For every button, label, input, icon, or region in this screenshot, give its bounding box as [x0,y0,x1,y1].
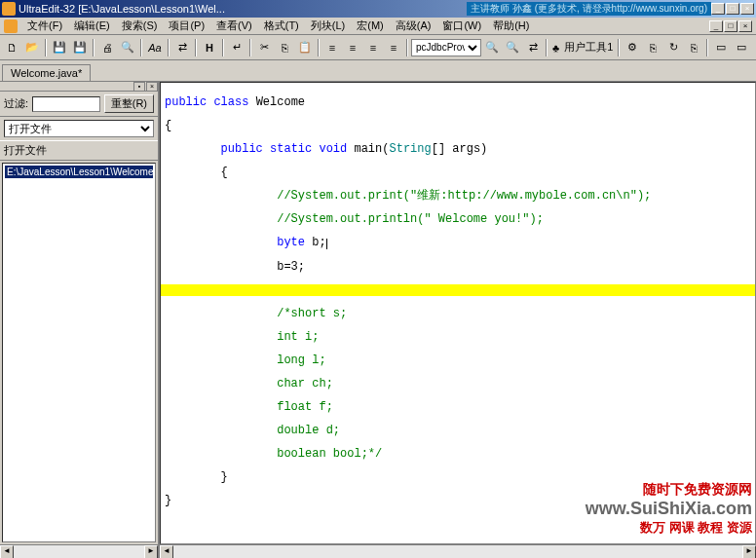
minimize-button[interactable]: _ [711,3,725,15]
sidebar-scrollbar[interactable]: ◄ ► [0,544,158,558]
cut-icon: ✂ [260,41,269,54]
tool-btn-3[interactable]: ↻ [663,38,683,57]
preview-icon: 🔍 [121,41,134,54]
scroll-right-button[interactable]: ► [742,545,756,558]
sidebar-section-header: 打开文件 [0,140,158,161]
doc-path: [E:\JavaLesson\Lesson1\Wel... [78,3,225,15]
code-line: { [165,167,751,178]
menu-view[interactable]: 查看(V) [210,18,258,34]
scroll-track[interactable] [14,545,144,558]
menu-edit[interactable]: 编辑(E) [68,18,116,34]
font-button[interactable]: Aa [145,38,165,57]
menu-help[interactable]: 帮助(H) [487,18,535,34]
tab-welcome[interactable]: Welcome.java* [2,64,91,81]
menubar-icon [4,19,18,33]
paste-icon: 📋 [298,41,312,54]
cut-button[interactable]: ✂ [254,38,274,57]
wrap-icon: ↵ [233,41,242,54]
find-next-button[interactable]: 🔍 [503,38,522,57]
code-line: char ch; [165,378,751,390]
saveas-button[interactable]: 💾 [70,38,90,57]
menu-project[interactable]: 项目(P) [163,18,210,34]
filter-row: 过滤: 重整(R) [0,92,158,117]
tool-icon: ⎘ [691,42,698,54]
sidebar-dropdown[interactable]: 打开文件 [4,120,154,137]
print-icon: 🖨 [102,42,113,54]
separator [45,39,47,56]
code-line: byte b; [165,237,751,249]
menu-column[interactable]: 列块(L) [305,18,351,34]
find-button[interactable]: 🔍 [482,38,502,57]
sidebar-btn-1[interactable]: ▪ [133,82,145,92]
doc-minimize-button[interactable]: _ [709,20,723,32]
maximize-button[interactable]: □ [726,3,739,15]
menu-search[interactable]: 搜索(S) [116,18,164,34]
open-button[interactable]: 📂 [22,38,42,57]
banner-text: 主讲教师 孙鑫 (更多技术, 请登录http://www.sunxin.org) [467,2,711,16]
usertools-text[interactable]: 用户工具1 [562,40,615,55]
close-button[interactable]: × [740,3,754,15]
menubar: 文件(F) 编辑(E) 搜索(S) 项目(P) 查看(V) 格式(T) 列块(L… [0,18,756,35]
replace-button[interactable]: ⇄ [523,38,543,57]
app-icon [2,2,16,16]
code-area[interactable]: public class Welcome { public static voi… [160,82,756,544]
code-line: long l; [165,354,751,366]
provider-dropdown[interactable]: pcJdbcProvider [411,39,481,56]
menu-window[interactable]: 窗口(W) [436,18,487,34]
tool-icon: ▭ [716,41,726,54]
editor-scrollbar[interactable]: ◄ ► [160,544,756,558]
file-item[interactable]: E:\JavaLesson\Lesson1\Welcome.java* [5,166,153,178]
new-button[interactable]: 🗋 [2,38,21,57]
code-line: public class Welcome [165,96,751,108]
code-line: } [165,471,751,483]
menu-format[interactable]: 格式(T) [258,18,305,34]
menu-advanced[interactable]: 高级(A) [390,18,437,34]
menu-macro[interactable]: 宏(M) [351,18,390,34]
doc-restore-button[interactable]: □ [724,20,737,32]
tool-icon: ⎘ [650,42,657,54]
code-line: int i; [165,331,751,343]
sidebar: ▪ × 过滤: 重整(R) 打开文件 打开文件 E:\JavaLesson\Le… [0,82,160,558]
code-line: /*short s; [165,308,751,319]
scroll-right-button[interactable]: ► [144,545,158,558]
editor-area: public class Welcome { public static voi… [160,82,756,558]
scroll-left-button[interactable]: ◄ [0,545,14,558]
scroll-track[interactable] [173,545,742,558]
main-area: ▪ × 过滤: 重整(R) 打开文件 打开文件 E:\JavaLesson\Le… [0,82,756,558]
tool-btn-2[interactable]: ⎘ [643,38,662,57]
tool-btn-5[interactable]: ▭ [711,38,731,57]
toggle-button[interactable]: ⇄ [172,38,192,57]
find-next-icon: 🔍 [506,41,519,54]
align-justify-button[interactable]: ≡ [384,38,403,57]
menu-file[interactable]: 文件(F) [21,18,68,34]
align-center-icon: ≡ [350,42,356,54]
sidebar-close-button[interactable]: × [146,82,158,92]
find-icon: 🔍 [485,41,499,54]
paste-button[interactable]: 📋 [295,38,315,57]
print-preview-button[interactable]: 🔍 [118,38,137,57]
open-folder-icon: 📂 [25,41,39,54]
code-line: double d; [165,425,751,436]
copy-button[interactable]: ⎘ [275,38,294,57]
hex-button[interactable]: H [200,38,219,57]
save-button[interactable]: 💾 [50,38,69,57]
align-justify-icon: ≡ [391,42,397,54]
doc-close-button[interactable]: × [738,20,752,32]
align-left-button[interactable]: ≡ [322,38,342,57]
code-line: public static void main(String[] args) [165,143,751,155]
scroll-left-button[interactable]: ◄ [160,545,173,558]
tool-icon: ⚙ [627,41,637,54]
align-right-button[interactable]: ≡ [363,38,383,57]
tool-btn-6[interactable]: ▭ [732,38,751,57]
tool-btn-4[interactable]: ⎘ [684,38,703,57]
filter-input[interactable] [32,96,100,112]
print-button[interactable]: 🖨 [97,38,117,57]
new-file-icon: 🗋 [7,42,18,54]
file-tree[interactable]: E:\JavaLesson\Lesson1\Welcome.java* [2,163,156,542]
align-center-button[interactable]: ≡ [343,38,362,57]
refresh-button[interactable]: 重整(R) [104,94,154,113]
tool-btn-1[interactable]: ⚙ [623,38,642,57]
wrap-button[interactable]: ↵ [227,38,246,57]
tab-area: Welcome.java* [0,60,756,82]
usertools-label: ♣ [550,42,561,54]
